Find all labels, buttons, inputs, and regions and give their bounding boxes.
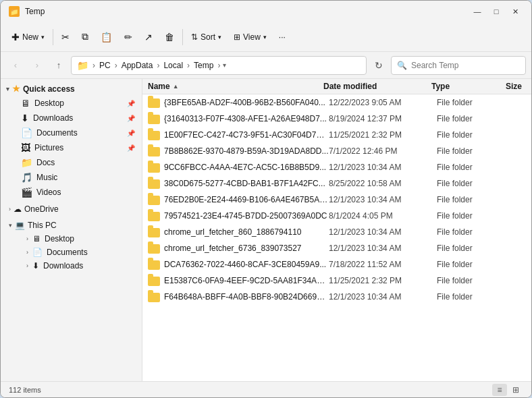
sidebar-item-desktop[interactable]: 🖥 Desktop 📌 — [2, 96, 140, 111]
paste-button[interactable]: 📋 — [95, 28, 117, 46]
pc-desktop-label: Desktop — [45, 234, 74, 244]
sort-label: Sort — [201, 32, 215, 42]
file-modified: 7/18/2022 11:52 AM — [329, 260, 437, 269]
sidebar-item-pictures[interactable]: 🖼 Pictures 📌 — [2, 140, 140, 155]
sidebar-item-downloads[interactable]: ⬇ Downloads 📌 — [2, 111, 140, 125]
new-label: New — [22, 32, 38, 42]
file-modified: 12/1/2023 10:34 AM — [329, 292, 437, 302]
sidebar-item-videos[interactable]: 🎬 Videos — [2, 185, 140, 200]
table-row[interactable]: F64B648A-BBFF-4A0B-BBF8-90B24D669F29 12/… — [142, 289, 531, 305]
column-size[interactable]: Size — [506, 82, 526, 91]
column-modified[interactable]: Date modified — [323, 82, 431, 91]
file-type: File folder — [437, 211, 511, 221]
sidebar-item-pc-downloads[interactable]: › ⬇ Downloads — [2, 259, 140, 273]
file-name: 7B8B862E-9370-4879-B59A-3D19ADA8DD... — [164, 146, 329, 156]
file-type: File folder — [437, 163, 511, 172]
share-button[interactable]: ↗ — [139, 28, 158, 46]
address-path[interactable]: 📁 › PC › AppData › Local › Temp › ▾ — [71, 56, 367, 75]
view-details-button[interactable]: ≡ — [492, 384, 507, 396]
file-type: File folder — [437, 114, 511, 123]
main-content: ▾ ★ Quick access 🖥 Desktop 📌 ⬇ Downloads… — [1, 79, 531, 381]
divider-1 — [53, 29, 53, 45]
pin-icon-pictures: 📌 — [127, 144, 135, 152]
sidebar-item-pc-documents[interactable]: › 📄 Documents — [2, 246, 140, 259]
maximize-button[interactable]: □ — [488, 5, 504, 18]
file-modified: 11/25/2021 2:32 PM — [329, 130, 437, 140]
delete-button[interactable]: 🗑 — [159, 28, 180, 46]
view-tiles-button[interactable]: ⊞ — [508, 384, 523, 396]
folder-icon — [148, 131, 160, 140]
path-sep-2: › — [115, 61, 117, 70]
view-buttons: ≡ ⊞ — [492, 384, 523, 396]
this-pc-label: This PC — [28, 221, 57, 230]
back-button[interactable]: ‹ — [6, 56, 25, 75]
path-sep-1: › — [92, 61, 95, 70]
videos-icon: 🎬 — [21, 187, 32, 198]
folder-icon — [148, 163, 160, 173]
file-area: Name ▲ Date modified Type Size {3BFE65AB… — [142, 79, 531, 381]
sidebar-onedrive-header[interactable]: › ☁ OneDrive — [1, 202, 142, 216]
new-icon: ✚ — [11, 32, 20, 42]
onedrive-chevron-icon: › — [9, 206, 11, 212]
table-row[interactable]: 79574521-23E4-4745-B7DD-25007369A0DC 8/1… — [142, 208, 531, 224]
file-modified: 12/22/2023 9:05 AM — [329, 98, 437, 107]
column-name[interactable]: Name ▲ — [148, 82, 323, 91]
rename-button[interactable]: ✏ — [119, 28, 138, 46]
sidebar-item-docs[interactable]: 📁 Docs — [2, 155, 140, 170]
path-pc[interactable]: PC — [97, 60, 113, 71]
table-row[interactable]: {3BFE65AB-AD2F-400B-96B2-B560FA040... 12… — [142, 94, 531, 111]
search-input[interactable] — [411, 61, 520, 70]
path-appdata[interactable]: AppData — [119, 60, 156, 71]
sort-button[interactable]: ⇅ Sort ▾ — [186, 29, 227, 45]
cut-button[interactable]: ✂ — [56, 28, 75, 46]
table-row[interactable]: {31640313-F07F-4308-AFE1-A26AE948D7... 8… — [142, 111, 531, 127]
copy-button[interactable]: ⧉ — [76, 28, 94, 46]
sidebar-item-pc-desktop[interactable]: › 🖥 Desktop — [2, 232, 140, 246]
table-row[interactable]: 76ED2B0E-2E24-4469-B106-6A4E467B5A3F 12/… — [142, 192, 531, 208]
view-button[interactable]: ⊞ View ▾ — [228, 29, 272, 45]
sidebar-item-music[interactable]: 🎵 Music — [2, 170, 140, 185]
file-name: E15387C6-0FA9-4EEF-9C2D-5AA81F34A61E — [164, 276, 329, 285]
path-local[interactable]: Local — [161, 60, 186, 71]
file-modified: 8/19/2024 12:37 PM — [329, 114, 437, 123]
file-modified: 8/25/2022 10:58 AM — [329, 179, 437, 188]
sidebar-item-pictures-label: Pictures — [34, 143, 63, 152]
up-button[interactable]: ↑ — [49, 56, 68, 75]
column-type[interactable]: Type — [431, 82, 506, 91]
file-type: File folder — [437, 179, 511, 188]
view-icon: ⊞ — [234, 32, 240, 42]
folder-icon — [148, 277, 160, 286]
path-temp[interactable]: Temp — [191, 60, 216, 71]
sort-icon: ⇅ — [191, 32, 198, 42]
pin-icon: 📌 — [127, 100, 135, 107]
table-row[interactable]: E15387C6-0FA9-4EEF-9C2D-5AA81F34A61E 11/… — [142, 273, 531, 289]
file-name: DCA76362-7022-4460-8CAF-3CE80459A9... — [164, 260, 329, 269]
documents-icon: 📄 — [21, 127, 32, 138]
new-button[interactable]: ✚ New ▾ — [6, 28, 50, 46]
file-modified: 7/1/2022 12:46 PM — [329, 146, 437, 156]
forward-button[interactable]: › — [28, 56, 47, 75]
sidebar-quick-access-header[interactable]: ▾ ★ Quick access — [1, 82, 142, 96]
refresh-button[interactable]: ↻ — [369, 56, 388, 75]
table-row[interactable]: DCA76362-7022-4460-8CAF-3CE80459A9... 7/… — [142, 256, 531, 273]
table-row[interactable]: 1E00F7EC-C427-4C73-9F51-AC30F04D737D 11/… — [142, 127, 531, 143]
table-row[interactable]: 7B8B862E-9370-4879-B59A-3D19ADA8DD... 7/… — [142, 143, 531, 159]
table-row[interactable]: chrome_url_fetcher_860_1886794110 12/1/2… — [142, 224, 531, 240]
folder-icon — [148, 179, 160, 189]
sidebar-this-pc-header[interactable]: ▾ 💻 This PC — [1, 219, 142, 232]
path-dropdown-icon[interactable]: ▾ — [223, 61, 226, 69]
table-row[interactable]: 9CC6FBCC-A4AA-4E7C-AC5C-16B8B5D9... 12/1… — [142, 159, 531, 175]
folder-icon — [148, 244, 160, 254]
address-bar: ‹ › ↑ 📁 › PC › AppData › Local › Temp › … — [1, 52, 531, 79]
path-sep-4: › — [187, 61, 190, 70]
sidebar-item-documents[interactable]: 📄 Documents 📌 — [2, 125, 140, 140]
table-row[interactable]: chrome_url_fetcher_6736_839073527 12/1/2… — [142, 240, 531, 256]
minimize-button[interactable]: — — [469, 5, 485, 18]
pc-downloads-icon: ⬇ — [32, 261, 39, 271]
table-row[interactable]: 38C0D675-5277-4CBD-BAB1-B7F1A42FC... 8/2… — [142, 175, 531, 192]
search-box: 🔍 — [391, 56, 526, 75]
more-button[interactable]: ··· — [273, 29, 291, 45]
file-name: 76ED2B0E-2E24-4469-B106-6A4E467B5A3F — [164, 195, 329, 204]
file-name: F64B648A-BBFF-4A0B-BBF8-90B24D669F29 — [164, 292, 329, 302]
close-button[interactable]: ✕ — [507, 5, 523, 18]
